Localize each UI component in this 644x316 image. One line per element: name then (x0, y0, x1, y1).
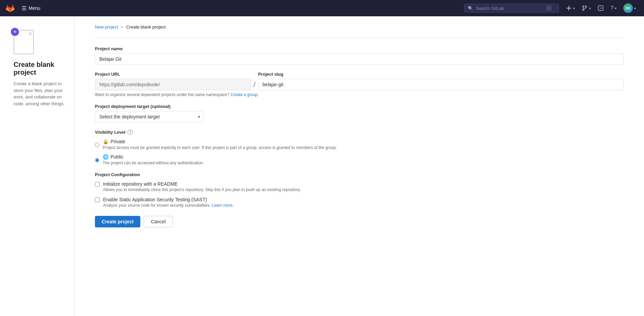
project-config-group: Project Configuration Initialize reposit… (95, 172, 624, 208)
private-content: 🔒 Private Project access must be granted… (103, 139, 337, 150)
lock-icon: 🔒 (103, 139, 108, 144)
project-name-input[interactable] (95, 53, 624, 65)
sast-checkbox[interactable] (95, 198, 100, 202)
navbar-actions: ▾ ▾ ? ▾ DK ▾ (563, 1, 639, 15)
issues-icon (598, 5, 604, 11)
private-radio[interactable] (95, 140, 99, 150)
slug-field: Project slug (258, 72, 624, 90)
search-bar: 🔍 / (464, 4, 559, 13)
help-button[interactable]: ? ▾ (608, 3, 619, 13)
create-project-button[interactable]: Create project (95, 216, 140, 227)
private-description: Project access must be granted explicitl… (103, 145, 337, 150)
url-separator: / (254, 81, 256, 89)
sast-option: Enable Static Application Security Testi… (95, 197, 624, 208)
sast-label[interactable]: Enable Static Application Security Testi… (103, 197, 207, 202)
sidebar: + Create blank project Create a blank pr… (0, 16, 75, 316)
breadcrumb: New project > Create blank project (95, 24, 624, 30)
config-section-title: Project Configuration (95, 172, 624, 177)
new-item-button[interactable]: ▾ (563, 3, 578, 13)
project-url-row: Project URL / Project slug (95, 72, 624, 90)
visibility-help-icon[interactable]: ? (127, 129, 133, 135)
readme-checkbox[interactable] (95, 182, 100, 187)
deployment-target-dropdown: Select the deployment target ▾ (95, 111, 203, 123)
globe-icon: 🌐 (103, 154, 108, 160)
project-name-group: Project name (95, 46, 624, 65)
svg-point-2 (583, 6, 584, 7)
private-label[interactable]: 🔒 Private (103, 139, 337, 144)
create-group-link[interactable]: Create a group. (230, 92, 259, 97)
menu-label: Menu (28, 5, 40, 11)
sast-content: Enable Static Application Security Testi… (103, 197, 234, 208)
breadcrumb-divider (95, 38, 624, 38)
readme-option: Initialize repository with a README Allo… (95, 181, 624, 192)
svg-point-4 (583, 9, 584, 11)
svg-rect-1 (566, 8, 571, 8)
logo[interactable] (5, 3, 15, 13)
deployment-target-group: Project deployment target (optional) Sel… (95, 104, 624, 123)
project-url-label: Project URL (95, 72, 251, 77)
plus-badge: + (10, 27, 20, 37)
svg-point-3 (585, 6, 587, 7)
hamburger-icon: ☰ (22, 5, 26, 12)
avatar: DK (623, 3, 633, 13)
readme-label[interactable]: Initialize repository with a README (103, 181, 178, 187)
public-content: 🌐 Public The project can be accessed wit… (103, 154, 204, 165)
sidebar-description: Create a blank project to store your fil… (14, 80, 66, 107)
sast-description: Analyze your source code for known secur… (103, 203, 234, 208)
namespace-help-text: Want to organize several dependent proje… (95, 92, 624, 97)
question-icon: ? (610, 5, 613, 11)
content-area: New project > Create blank project Proje… (75, 16, 644, 316)
public-description: The project can be accessed without any … (103, 161, 204, 165)
project-url-input[interactable] (95, 79, 251, 90)
search-input[interactable] (476, 6, 544, 11)
issues-button[interactable] (595, 3, 606, 13)
cancel-button[interactable]: Cancel (144, 216, 173, 227)
project-url-field: Project URL (95, 72, 251, 90)
merge-request-icon (582, 5, 588, 11)
plus-icon (566, 5, 572, 11)
breadcrumb-separator: > (121, 24, 124, 30)
public-option: 🌐 Public The project can be accessed wit… (95, 154, 624, 165)
main-container: + Create blank project Create a blank pr… (0, 16, 644, 316)
visibility-label-wrap: Visibility Level ? (95, 129, 624, 135)
chevron-down-icon: ▾ (573, 6, 575, 10)
chevron-down-icon-user: ▾ (634, 6, 636, 10)
project-url-group: Project URL / Project slug Want to organ… (95, 72, 624, 97)
project-slug-label: Project slug (258, 72, 624, 77)
sast-learn-more-link[interactable]: Learn more. (212, 203, 234, 208)
sidebar-icon-wrap: + (14, 30, 34, 54)
form-actions: Create project Cancel (95, 216, 624, 227)
public-radio[interactable] (95, 155, 99, 165)
search-shortcut: / (546, 5, 551, 11)
visibility-label-text: Visibility Level (95, 130, 125, 135)
deployment-target-label: Project deployment target (optional) (95, 104, 624, 109)
readme-content: Initialize repository with a README Allo… (103, 181, 301, 192)
chevron-down-icon-mr: ▾ (589, 6, 591, 10)
menu-button[interactable]: ☰ Menu (19, 4, 43, 13)
readme-description: Allows you to immediately clone this pro… (103, 187, 301, 192)
breadcrumb-parent[interactable]: New project (95, 24, 118, 30)
merge-request-button[interactable]: ▾ (579, 3, 593, 13)
project-name-label: Project name (95, 46, 624, 51)
sidebar-title: Create blank project (14, 61, 66, 76)
gitlab-logo-icon (5, 3, 15, 13)
public-label[interactable]: 🌐 Public (103, 154, 204, 160)
user-menu-button[interactable]: DK ▾ (621, 1, 639, 15)
navbar: ☰ Menu 🔍 / ▾ ▾ ? ▾ DK ▾ (0, 0, 644, 16)
search-icon: 🔍 (468, 6, 473, 11)
private-option: 🔒 Private Project access must be granted… (95, 139, 624, 150)
chevron-down-icon-help: ▾ (615, 6, 617, 10)
visibility-group: Visibility Level ? 🔒 Private Project acc… (95, 129, 624, 165)
project-slug-input[interactable] (258, 79, 624, 90)
deployment-target-select[interactable]: Select the deployment target (95, 111, 203, 123)
breadcrumb-current: Create blank project (126, 24, 165, 30)
